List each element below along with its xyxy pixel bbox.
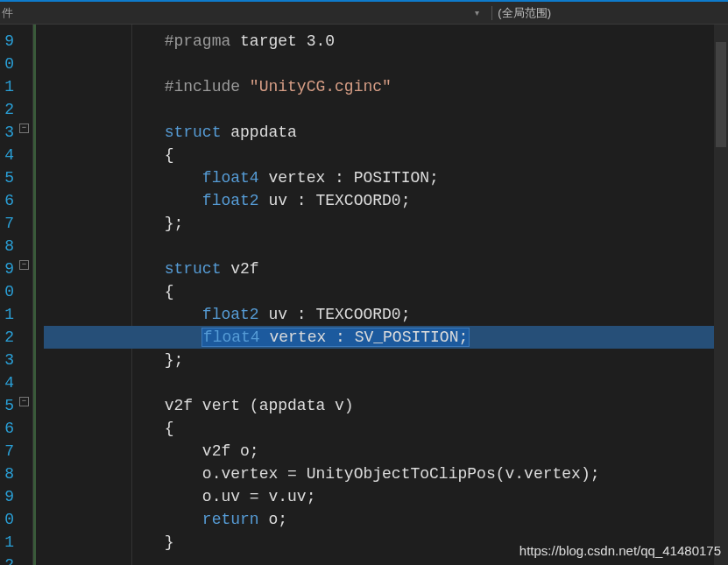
line-number: 1	[0, 303, 16, 326]
code-line[interactable]: v2f vert (appdata v)	[44, 394, 728, 417]
code-line[interactable]: float4 vertex : POSITION;	[44, 166, 728, 189]
line-number: 2	[0, 554, 16, 565]
dropdown-arrow-icon: ▾	[475, 8, 479, 18]
line-number: 3	[0, 349, 16, 371]
code-line[interactable]: {	[44, 280, 728, 303]
code-line[interactable]: v2f o;	[44, 440, 728, 463]
line-number: 0	[0, 280, 16, 303]
line-number: 1	[0, 75, 16, 98]
fold-minus-icon[interactable]: −	[19, 260, 29, 270]
code-line[interactable]: return o;	[44, 508, 728, 531]
vertical-scrollbar[interactable]	[714, 25, 728, 565]
line-number: 9	[0, 30, 16, 53]
code-area[interactable]: #pragma target 3.0 #include "UnityCG.cgi…	[44, 25, 728, 565]
code-line-selected[interactable]: float4 vertex : SV_POSITION;	[44, 326, 728, 349]
code-line[interactable]: o.uv = v.uv;	[44, 485, 728, 508]
line-number: 7	[0, 440, 16, 463]
code-line[interactable]: float2 uv : TEXCOORD0;	[44, 303, 728, 326]
fold-minus-icon[interactable]: −	[19, 124, 29, 133]
line-number: 4	[0, 144, 16, 166]
code-line[interactable]: #include "UnityCG.cginc"	[44, 75, 728, 98]
line-number: 4	[0, 371, 16, 394]
line-number: 6	[0, 417, 16, 440]
code-line[interactable]: struct v2f	[44, 258, 728, 280]
line-number: 5	[0, 166, 16, 189]
code-line[interactable]	[44, 98, 728, 121]
line-number: 8	[0, 235, 16, 258]
line-number: 0	[0, 53, 16, 75]
toolbar-divider	[491, 6, 492, 20]
line-number: 9	[0, 258, 16, 280]
scrollbar-thumb[interactable]	[716, 42, 726, 147]
line-number: 0	[0, 508, 16, 531]
file-label: 件	[2, 5, 13, 21]
code-line[interactable]: };	[44, 212, 728, 235]
line-number: 6	[0, 189, 16, 212]
code-line[interactable]: {	[44, 144, 728, 166]
line-number: 2	[0, 326, 16, 349]
line-number: 8	[0, 463, 16, 485]
code-line[interactable]	[44, 53, 728, 75]
code-line[interactable]: #pragma target 3.0	[44, 30, 728, 53]
scope-dropdown[interactable]: ▾ (全局范围)	[475, 5, 726, 21]
code-line[interactable]: float2 uv : TEXCOORD0;	[44, 189, 728, 212]
code-line[interactable]	[44, 235, 728, 258]
code-line[interactable]	[44, 371, 728, 394]
line-number: 3	[0, 121, 16, 144]
fold-minus-icon[interactable]: −	[19, 397, 29, 406]
scope-label: (全局范围)	[498, 5, 551, 21]
line-number: 2	[0, 98, 16, 121]
code-line[interactable]: struct appdata	[44, 121, 728, 144]
line-number: 7	[0, 212, 16, 235]
code-line[interactable]: {	[44, 417, 728, 440]
code-line[interactable]: };	[44, 349, 728, 371]
code-editor[interactable]: 9 0 1 2 3 4 5 6 7 8 9 0 1 2 3 4 5 6 7 8 …	[0, 25, 728, 565]
code-line[interactable]: o.vertex = UnityObjectToClipPos(v.vertex…	[44, 463, 728, 485]
line-number-gutter: 9 0 1 2 3 4 5 6 7 8 9 0 1 2 3 4 5 6 7 8 …	[0, 25, 16, 565]
line-number: 5	[0, 394, 16, 417]
line-number: 1	[0, 531, 16, 554]
fold-column: − − −	[16, 25, 33, 565]
change-margin	[33, 25, 44, 565]
top-toolbar: 件 ▾ (全局范围)	[0, 0, 728, 25]
line-number: 9	[0, 485, 16, 508]
watermark-text: https://blog.csdn.net/qq_41480175	[519, 543, 721, 558]
